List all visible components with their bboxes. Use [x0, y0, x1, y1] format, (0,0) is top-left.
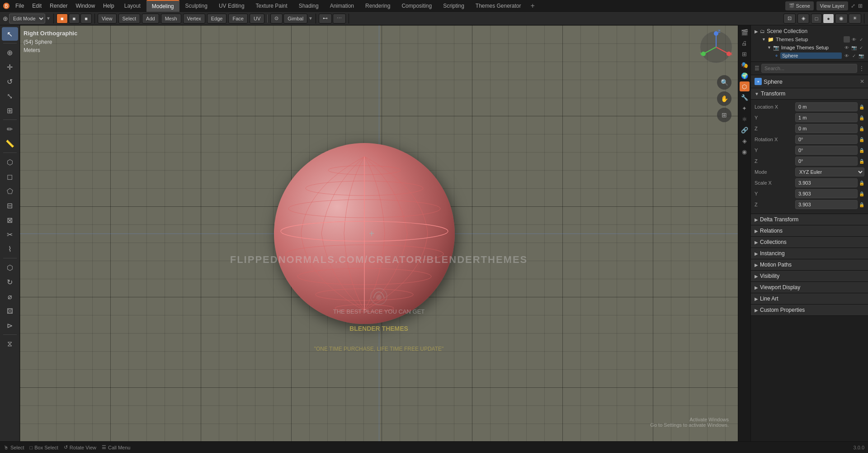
layout-icon[interactable]: ⊞	[858, 3, 863, 9]
scene-icon[interactable]: 🎭	[740, 60, 750, 70]
scale-x-value[interactable]: 3.903	[795, 178, 858, 187]
instancing-section[interactable]: ▶ Instancing	[751, 248, 868, 259]
viewport-display-section[interactable]: ▶ Viewport Display	[751, 282, 868, 293]
tab-shading[interactable]: Shading	[293, 0, 324, 12]
grid-btn[interactable]: ⊞	[717, 108, 731, 122]
themes-setup-eye[interactable]: 👁	[851, 36, 857, 43]
image-themes-arrow[interactable]: ▼	[767, 45, 771, 50]
location-z-value[interactable]: 0 m	[795, 124, 858, 133]
render-properties-icon[interactable]: 🎬	[740, 27, 750, 37]
measure-tool-btn[interactable]: 📏	[2, 137, 18, 150]
menu-render[interactable]: Render	[46, 2, 71, 10]
snap-options[interactable]: ⋯	[333, 14, 346, 24]
scale-y-value[interactable]: 3.903	[795, 189, 858, 198]
location-x-value[interactable]: 0 m	[795, 102, 858, 111]
select-tool-btn[interactable]: ↖	[2, 27, 18, 41]
extrude-tool-btn[interactable]: ⬡	[2, 155, 18, 169]
image-themes-label[interactable]: Image Themes Setup	[781, 45, 842, 50]
location-y-lock[interactable]: 🔒	[859, 115, 864, 120]
output-icon[interactable]: 🖨	[740, 38, 750, 48]
expand-icon[interactable]: ⤢	[851, 3, 855, 9]
xray-btn[interactable]: ◈	[797, 14, 809, 24]
proportional-icon[interactable]: ⊙	[270, 14, 283, 24]
mesh-btn[interactable]: Mesh	[161, 14, 181, 24]
knife-tool-btn[interactable]: ✂	[2, 228, 18, 241]
blender-logo-icon[interactable]: B	[2, 1, 11, 10]
bisect-tool-btn[interactable]: ⌇	[2, 242, 18, 256]
rotation-x-lock[interactable]: 🔒	[859, 137, 864, 142]
zoom-in-btn[interactable]: 🔍	[717, 75, 731, 90]
visibility-section[interactable]: ▶ Visibility	[751, 271, 868, 282]
props-settings-icon[interactable]: ⋮	[859, 65, 864, 72]
sphere-label[interactable]: Sphere	[780, 52, 842, 59]
shear-tool-btn[interactable]: ⧖	[2, 337, 18, 351]
proportional-dropdown[interactable]: ▼	[308, 16, 313, 21]
bevel-tool-btn[interactable]: ⬠	[2, 184, 18, 198]
rotation-z-value[interactable]: 0°	[795, 157, 858, 166]
delta-transform-section[interactable]: ▶ Delta Transform	[751, 214, 868, 225]
offset-edge-tool-btn[interactable]: ⊠	[2, 213, 18, 227]
edge-btn[interactable]: Edge	[207, 14, 227, 24]
spin-tool-btn[interactable]: ↻	[2, 275, 18, 289]
props-close-btn[interactable]: ✕	[860, 78, 864, 85]
edit-mode-select[interactable]: Edit Mode	[9, 14, 45, 24]
modifier-icon[interactable]: 🔧	[740, 92, 750, 102]
wireframe-btn[interactable]: ■	[57, 14, 68, 24]
select-btn[interactable]: Select	[118, 14, 141, 24]
scale-tool-btn[interactable]: ⤡	[2, 89, 18, 103]
object-name-label[interactable]: Sphere	[764, 78, 783, 85]
location-y-value[interactable]: 1 m	[795, 113, 858, 122]
view-btn[interactable]: View	[98, 14, 117, 24]
constraints-icon[interactable]: 🔗	[740, 125, 750, 135]
rotation-z-lock[interactable]: 🔒	[859, 159, 864, 164]
pan-btn[interactable]: ✋	[717, 91, 731, 106]
world-icon[interactable]: 🌍	[740, 71, 750, 81]
tab-rendering[interactable]: Rendering	[360, 0, 396, 12]
add-workspace-button[interactable]: +	[527, 1, 538, 11]
wireframe-shade-btn[interactable]: □	[811, 14, 822, 24]
material-btn[interactable]: ■	[80, 14, 92, 24]
image-themes-eye[interactable]: 👁	[844, 44, 850, 51]
sphere-eye[interactable]: 👁	[844, 52, 850, 59]
randomize-tool-btn[interactable]: ⚄	[2, 304, 18, 318]
themes-setup-label[interactable]: Themes Setup	[776, 37, 842, 42]
data-properties-icon[interactable]: ◈	[740, 136, 750, 146]
vertex-btn[interactable]: Vertex	[183, 14, 205, 24]
sphere-object[interactable]	[274, 143, 455, 324]
image-themes-camera[interactable]: 📷	[851, 44, 857, 51]
tab-layout[interactable]: Layout	[119, 0, 146, 12]
uv-btn[interactable]: UV	[250, 14, 264, 24]
view-layer-label[interactable]: View Layer	[820, 3, 844, 9]
toolbar-icon[interactable]: ⊕	[3, 15, 8, 22]
add-btn[interactable]: Add	[142, 14, 159, 24]
themes-setup-select[interactable]: ✓	[858, 36, 864, 43]
line-art-section[interactable]: ▶ Line Art	[751, 293, 868, 305]
transform-tool-btn[interactable]: ⊞	[2, 104, 18, 117]
tab-sculpting[interactable]: Sculpting	[180, 0, 213, 12]
props-search-input[interactable]	[761, 64, 857, 73]
axis-widget[interactable]: Z X Y	[698, 29, 734, 65]
overlay-btn[interactable]: ⊡	[783, 14, 796, 24]
scale-z-value[interactable]: 3.903	[795, 200, 858, 209]
edge-slide-tool-btn[interactable]: ⊳	[2, 319, 18, 332]
tab-animation[interactable]: Animation	[325, 0, 359, 12]
sphere-render[interactable]: 📷	[858, 52, 864, 59]
scale-z-lock[interactable]: 🔒	[859, 202, 864, 207]
sphere-select[interactable]: ✓	[851, 52, 857, 59]
face-btn[interactable]: Face	[228, 14, 247, 24]
themes-setup-visibility[interactable]	[844, 36, 850, 43]
rotation-y-lock[interactable]: 🔒	[859, 148, 864, 153]
mode-dropdown-icon[interactable]: ▼	[46, 16, 51, 21]
solid-shade-btn[interactable]: ●	[823, 14, 834, 24]
snap-icon[interactable]: ⊷	[319, 14, 332, 24]
smooth-tool-btn[interactable]: ⌀	[2, 290, 18, 303]
scene-collection-arrow[interactable]: ▶	[755, 29, 758, 34]
transform-section-header[interactable]: ▼ Transform	[751, 88, 868, 100]
gimbal-btn[interactable]: Gimbal	[283, 14, 307, 24]
rotation-mode-select[interactable]: XYZ Euler	[795, 167, 864, 176]
menu-help[interactable]: Help	[99, 2, 118, 10]
inset-tool-btn[interactable]: ◻	[2, 170, 18, 183]
tab-scripting[interactable]: Scripting	[438, 0, 470, 12]
rotation-x-value[interactable]: 0°	[795, 135, 858, 144]
annotate-tool-btn[interactable]: ✏	[2, 122, 18, 136]
